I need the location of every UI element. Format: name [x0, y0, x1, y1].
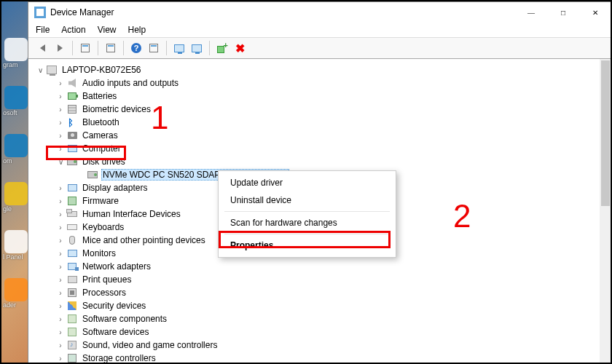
tree-item-bluetooth[interactable]: ›ᛒBluetooth: [36, 116, 608, 129]
keyboard-icon: [66, 221, 78, 233]
tree-item-sw-devices[interactable]: ›Software devices: [36, 325, 608, 339]
minimize-button[interactable]: —: [515, 2, 547, 23]
forward-button[interactable]: [52, 40, 68, 56]
tree-item-biometric[interactable]: ›Biometric devices: [36, 103, 608, 116]
device-icon: [66, 326, 78, 338]
add-driver-button[interactable]: [214, 40, 230, 56]
expand-icon[interactable]: ›: [56, 315, 65, 323]
monitor-icon: [66, 182, 78, 194]
tree-label: Sound, video and game controllers: [81, 339, 219, 351]
tree-item-network[interactable]: ›Network adapters: [36, 260, 608, 273]
desktop-icon[interactable]: [4, 134, 28, 157]
desktop-icon[interactable]: [4, 278, 28, 301]
desktop-icon[interactable]: [4, 182, 28, 205]
tree-item-security[interactable]: ›Security devices: [36, 299, 608, 312]
expand-icon[interactable]: ›: [56, 184, 65, 192]
title-bar[interactable]: Device Manager — □ ✕: [28, 2, 611, 23]
expand-icon[interactable]: ›: [56, 341, 65, 349]
computer-icon: [46, 64, 58, 76]
hdd-icon: [66, 156, 78, 167]
close-button[interactable]: ✕: [579, 2, 611, 23]
speaker-icon: [66, 77, 78, 89]
shield-icon: [66, 300, 78, 312]
ctx-properties[interactable]: Properties: [219, 237, 396, 254]
desktop-icon[interactable]: [4, 230, 28, 253]
ctx-scan-hardware[interactable]: Scan for hardware changes: [219, 214, 396, 232]
hdd-icon: [87, 169, 98, 181]
expand-icon[interactable]: ›: [56, 237, 65, 245]
chip-icon: [66, 195, 78, 207]
expand-icon[interactable]: ›: [56, 276, 65, 284]
tree-label: Storage controllers: [81, 352, 157, 364]
separator: [98, 41, 98, 55]
bluetooth-icon: ᛒ: [66, 116, 78, 128]
storage-icon: [66, 352, 78, 364]
expand-icon[interactable]: ›: [56, 355, 65, 363]
update-driver-button[interactable]: [189, 40, 205, 56]
tree-label: Biometric devices: [81, 103, 152, 115]
action-button[interactable]: [146, 40, 162, 56]
menu-bar: File Action View Help: [28, 23, 611, 37]
expand-icon[interactable]: ›: [56, 250, 65, 258]
expand-icon[interactable]: ›: [56, 302, 65, 310]
collapse-icon[interactable]: ∨: [56, 158, 65, 166]
menu-view[interactable]: View: [98, 25, 117, 35]
back-button[interactable]: [34, 40, 50, 56]
expand-icon[interactable]: ›: [56, 132, 65, 140]
desktop-icon[interactable]: [4, 86, 28, 109]
expand-icon[interactable]: ›: [56, 79, 65, 87]
tree-label: Security devices: [81, 300, 147, 312]
expand-icon[interactable]: ›: [56, 328, 65, 336]
tree-item-batteries[interactable]: ›Batteries: [36, 90, 608, 103]
desktop-label: l Panel: [3, 253, 28, 261]
desktop-label: osoft: [3, 109, 28, 116]
uninstall-button[interactable]: ✖: [232, 40, 248, 56]
expand-icon[interactable]: ›: [56, 289, 65, 297]
menu-file[interactable]: File: [36, 25, 50, 35]
expand-icon[interactable]: ›: [56, 106, 65, 114]
monitor-icon: [66, 143, 78, 154]
tree-item-processors[interactable]: ›Processors: [36, 286, 608, 299]
tree-label: Print queues: [81, 274, 133, 285]
scrollbar-thumb[interactable]: [601, 60, 610, 206]
scan-hardware-button[interactable]: [171, 40, 187, 56]
expand-icon[interactable]: ›: [56, 263, 65, 271]
tree-label: Batteries: [81, 90, 118, 102]
tree-root[interactable]: ∨ LAPTOP-KB072E56: [36, 63, 608, 76]
expand-icon[interactable]: ›: [56, 92, 65, 100]
separator: [224, 234, 390, 234]
ctx-update-driver[interactable]: Update driver: [219, 174, 396, 191]
ctx-uninstall-device[interactable]: Uninstall device: [219, 191, 396, 209]
expand-icon[interactable]: ›: [56, 210, 65, 218]
menu-help[interactable]: Help: [128, 25, 146, 35]
tree-item-sound[interactable]: ›Sound, video and game controllers: [36, 339, 608, 352]
vertical-scrollbar[interactable]: [600, 59, 611, 364]
toolbar: ? ✖: [28, 37, 611, 59]
expand-icon[interactable]: ›: [56, 223, 65, 232]
tree-item-audio[interactable]: ›Audio inputs and outputs: [36, 76, 608, 90]
show-hide-tree-button[interactable]: [77, 40, 93, 56]
properties-toolbar-button[interactable]: [103, 40, 119, 56]
tree-item-disk-drives[interactable]: ∨Disk drives: [36, 155, 608, 168]
tree-label: Firmware: [81, 195, 120, 207]
expand-icon[interactable]: ›: [56, 197, 65, 205]
tree-item-printqueues[interactable]: ›Print queues: [36, 273, 608, 286]
tree-item-cameras[interactable]: ›Cameras: [36, 129, 608, 142]
desktop-icon[interactable]: [4, 38, 28, 61]
tree-item-computer[interactable]: ›Computer: [36, 142, 608, 155]
mouse-icon: [66, 234, 78, 246]
expand-icon[interactable]: ›: [56, 119, 65, 127]
maximize-button[interactable]: □: [547, 2, 579, 23]
expand-icon[interactable]: ›: [56, 145, 65, 153]
tree-label: Disk drives: [81, 156, 127, 167]
menu-action[interactable]: Action: [61, 25, 85, 35]
battery-icon: [66, 90, 78, 102]
tree-label: Human Interface Devices: [81, 208, 182, 220]
tree-item-sw-components[interactable]: ›Software components: [36, 312, 608, 325]
tree-label: Processors: [81, 287, 128, 298]
tree-item-storage[interactable]: ›Storage controllers: [36, 352, 608, 364]
help-button[interactable]: ?: [128, 40, 144, 56]
annotation-label-2: 2: [453, 198, 471, 234]
collapse-icon[interactable]: ∨: [36, 66, 44, 74]
camera-icon: [66, 130, 78, 141]
